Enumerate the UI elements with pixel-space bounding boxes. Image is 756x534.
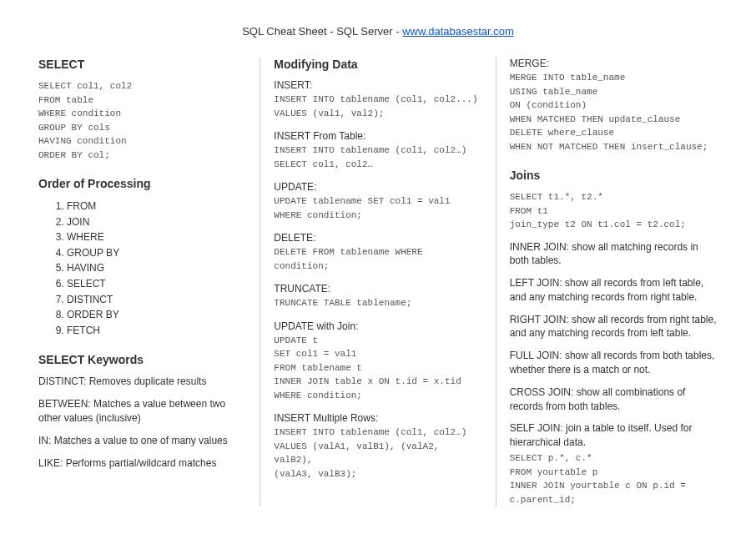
merge-label: MERGE: — [510, 58, 718, 69]
order-list: FROM JOIN WHERE GROUP BY HAVING SELECT D… — [38, 199, 246, 338]
full-join-desc: FULL JOIN: show all records from both ta… — [510, 349, 718, 377]
column-3: MERGE: MERGE INTO table_name USING table… — [496, 58, 731, 506]
columns-wrapper: SELECT SELECT col1, col2 FROM table WHER… — [25, 58, 731, 506]
kw-between: BETWEEN: Matches a value between two oth… — [38, 397, 246, 426]
insert-label: INSERT: — [274, 79, 481, 91]
select-code: SELECT col1, col2 FROM table WHERE condi… — [38, 79, 246, 162]
order-item: ORDER BY — [67, 307, 246, 323]
update-join-code: UPDATE t SET col1 = val1 FROM tablename … — [274, 334, 481, 403]
self-join-desc: SELF JOIN: join a table to itself. Used … — [510, 421, 718, 450]
kw-like: LIKE: Performs partial/wildcard matches — [38, 456, 246, 471]
order-item: FROM — [67, 199, 246, 214]
header-link[interactable]: www.databasestar.com — [402, 25, 514, 38]
order-item: GROUP BY — [67, 245, 246, 261]
order-heading: Order of Processing — [38, 177, 246, 190]
self-join-code: SELECT p.*, c.* FROM yourtable p INNER J… — [510, 451, 718, 506]
insert-multi-code: INSERT INTO tablename (col1, col2…) VALU… — [274, 426, 481, 481]
update-label: UPDATE: — [274, 181, 481, 193]
order-item: HAVING — [67, 260, 246, 276]
right-join-desc: RIGHT JOIN: show all records from right … — [510, 313, 718, 341]
cross-join-desc: CROSS JOIN: show all combinations of rec… — [510, 385, 718, 414]
insert-code: INSERT INTO tablename (col1, col2...) VA… — [274, 93, 481, 120]
header-title: SQL Cheat Sheet - SQL Server - — [242, 25, 402, 38]
update-code: UPDATE tablename SET col1 = val1 WHERE c… — [274, 194, 481, 222]
keywords-heading: SELECT Keywords — [38, 353, 246, 366]
delete-code: DELETE FROM tablename WHERE condition; — [274, 245, 481, 273]
order-item: FETCH — [67, 323, 246, 339]
kw-distinct: DISTINCT: Removes duplicate results — [38, 375, 246, 389]
insert-multi-label: INSERT Multiple Rows: — [274, 412, 481, 424]
merge-code: MERGE INTO table_name USING table_name O… — [510, 71, 718, 154]
insert-from-code: INSERT INTO tablename (col1, col2…) SELE… — [274, 144, 481, 171]
joins-heading: Joins — [510, 169, 718, 182]
order-item: SELECT — [67, 276, 246, 292]
kw-in: IN: Matches a value to one of many value… — [38, 434, 246, 448]
order-item: WHERE — [67, 229, 246, 245]
update-join-label: UPDATE with Join: — [274, 320, 481, 332]
delete-label: DELETE: — [274, 232, 481, 244]
joins-code: SELECT t1.*, t2.* FROM t1 join_type t2 O… — [510, 190, 718, 232]
modifying-heading: Modifying Data — [274, 58, 481, 71]
page-header: SQL Cheat Sheet - SQL Server - www.datab… — [25, 25, 731, 38]
order-item: JOIN — [67, 214, 246, 230]
order-item: DISTINCT — [67, 292, 246, 308]
insert-from-label: INSERT From Table: — [274, 130, 481, 142]
column-1: SELECT SELECT col1, col2 FROM table WHER… — [25, 58, 260, 506]
left-join-desc: LEFT JOIN: show all records from left ta… — [510, 276, 718, 305]
column-2: Modifying Data INSERT: INSERT INTO table… — [260, 58, 495, 506]
inner-join-desc: INNER JOIN: show all matching records in… — [510, 240, 718, 269]
truncate-label: TRUNCATE: — [274, 283, 481, 295]
select-heading: SELECT — [38, 58, 246, 71]
truncate-code: TRUNCATE TABLE tablename; — [274, 296, 481, 310]
